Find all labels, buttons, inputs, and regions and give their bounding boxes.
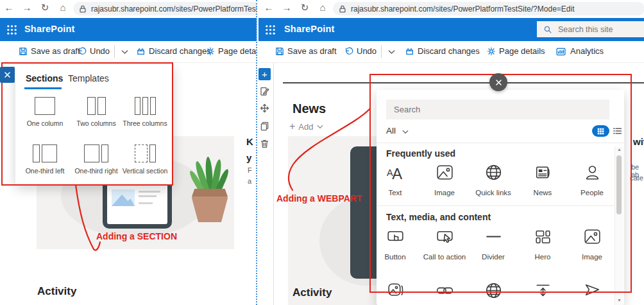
quick-links-webpart-icon: [483, 162, 504, 183]
screenshot-root: ← → ↻ ⌂ rajasubr.sharepoint.com/sites/Po…: [0, 0, 644, 305]
section-layout-one-third-right[interactable]: One-third right: [69, 144, 123, 175]
news-add-button[interactable]: + Add: [289, 121, 323, 132]
webpart-call-to-action[interactable]: Call to action: [419, 226, 470, 261]
section-layout-three-columns[interactable]: Three columns: [118, 96, 172, 127]
waffle-icon[interactable]: [265, 24, 276, 35]
panel-scrollbar[interactable]: ▲ ▼: [614, 146, 623, 305]
url-text: rajasubr.sharepoint.com/sites/PowerPlatf…: [351, 4, 575, 13]
webpart-button[interactable]: Button: [370, 226, 420, 261]
webpart-partial-link[interactable]: [419, 280, 470, 301]
lock-icon: [340, 6, 345, 12]
section-layout-one-column[interactable]: One column: [18, 96, 72, 127]
section-toolbar: +: [258, 67, 271, 157]
webpart-search-box[interactable]: [386, 100, 609, 119]
section-layout-vertical-section[interactable]: Vertical section: [118, 144, 172, 175]
divider: [377, 143, 624, 143]
reload-icon[interactable]: ↻: [38, 2, 51, 13]
sharepoint-brand[interactable]: SharePoint: [24, 24, 75, 34]
save-icon: [18, 46, 28, 57]
forward-icon[interactable]: →: [21, 2, 33, 13]
image-webpart-icon: [582, 226, 603, 247]
search-icon: [543, 25, 552, 34]
save-as-draft-button[interactable]: Save as draft: [31, 46, 80, 56]
chevron-down-icon[interactable]: [388, 49, 395, 55]
undo-icon: [77, 46, 87, 57]
three-columns-icon: [118, 96, 172, 116]
close-webpart-panel-button[interactable]: [489, 73, 507, 91]
move-section-icon[interactable]: [259, 103, 270, 114]
copy-section-icon[interactable]: [259, 121, 270, 132]
scroll-down-icon[interactable]: ▼: [615, 297, 623, 304]
cutoff-text: a: [248, 177, 251, 185]
webpart-search-input[interactable]: [386, 105, 609, 114]
page-details-button[interactable]: Page details: [499, 46, 545, 56]
edit-section-icon[interactable]: [259, 86, 270, 97]
home-icon[interactable]: ⌂: [56, 2, 69, 13]
grid-view-icon: [597, 128, 604, 135]
two-columns-icon: [69, 96, 123, 116]
scroll-up-icon[interactable]: ▲: [615, 146, 623, 153]
webpart-news[interactable]: News: [518, 162, 568, 196]
button-webpart-icon: [385, 226, 406, 247]
webpart-partial-spacer[interactable]: [518, 280, 568, 301]
back-icon[interactable]: ←: [3, 2, 15, 13]
chevron-down-icon[interactable]: [402, 130, 409, 134]
webpart-image[interactable]: Image: [419, 162, 470, 196]
close-panel-button[interactable]: [0, 67, 15, 83]
right-browser-chrome: ← → ↻ ⌂ rajasubr.sharepoint.com/sites/Po…: [258, 0, 644, 18]
reload-icon[interactable]: ↻: [298, 2, 311, 13]
command-separator: [381, 46, 382, 58]
group-title: Text, media, and content: [386, 212, 491, 222]
sharepoint-brand[interactable]: SharePoint: [284, 24, 335, 34]
save-as-draft-button[interactable]: Save as draft: [287, 46, 337, 56]
address-bar[interactable]: rajasubr.sharepoint.com/sites/PowerPlatf…: [333, 2, 644, 15]
page-details-button[interactable]: Page detai: [218, 46, 257, 56]
chevron-down-icon[interactable]: [121, 49, 128, 55]
analytics-button[interactable]: Analytics: [570, 46, 604, 56]
send-webpart-icon: [582, 280, 603, 301]
delete-section-icon[interactable]: [259, 138, 270, 149]
discard-changes-button[interactable]: Discard changes: [149, 46, 211, 56]
undo-button[interactable]: Undo: [90, 46, 110, 56]
waffle-icon[interactable]: [6, 24, 17, 35]
webpart-partial-embed[interactable]: [468, 280, 518, 301]
webpart-image-2[interactable]: Image: [567, 226, 617, 261]
cutoff-text: y: [246, 152, 251, 163]
cutoff-text: cate: [630, 174, 643, 182]
news-webpart-icon: [532, 162, 554, 183]
section-layout-one-third-left[interactable]: One-third left: [18, 144, 72, 175]
annotation-text-section: Adding a SECTION: [96, 231, 177, 241]
undo-icon: [344, 46, 354, 57]
address-bar[interactable]: rajasubr.sharepoint.com/sites/PowerPlatf…: [73, 2, 257, 15]
webpart-text[interactable]: Text: [370, 162, 420, 196]
webpart-partial-send[interactable]: [567, 280, 617, 301]
chevron-down-icon: [318, 125, 323, 128]
site-search-box[interactable]: [537, 21, 644, 37]
grid-view-toggle[interactable]: [592, 125, 609, 137]
webpart-quick-links[interactable]: Quick links: [468, 162, 518, 196]
section-layout-panel: Sections Templates One column Two column…: [15, 64, 173, 185]
webpart-hero[interactable]: Hero: [518, 226, 568, 261]
one-third-left-icon: [18, 144, 72, 163]
people-webpart-icon: [582, 162, 603, 183]
left-browser-chrome: ← → ↻ ⌂ rajasubr.sharepoint.com/sites/Po…: [0, 0, 257, 18]
tab-templates[interactable]: Templates: [68, 73, 109, 83]
section-layout-two-columns[interactable]: Two columns: [69, 96, 123, 127]
webpart-divider[interactable]: Divider: [468, 226, 518, 261]
scrollbar-thumb[interactable]: [616, 155, 622, 214]
add-section-button[interactable]: +: [258, 68, 271, 80]
home-icon[interactable]: ⌂: [316, 2, 329, 13]
list-view-toggle[interactable]: [613, 127, 622, 135]
annotation-text-webpart: Adding a WEBPART: [276, 193, 362, 204]
tab-sections[interactable]: Sections: [26, 73, 63, 83]
filter-dropdown[interactable]: All: [386, 126, 396, 135]
discard-changes-button[interactable]: Discard changes: [418, 46, 480, 56]
forward-icon[interactable]: →: [280, 2, 293, 13]
cutoff-text: F: [248, 166, 252, 174]
back-icon[interactable]: ←: [262, 2, 275, 13]
webpart-people[interactable]: People: [567, 162, 617, 196]
close-icon: [4, 71, 11, 78]
site-search-input[interactable]: [557, 24, 636, 35]
undo-button[interactable]: Undo: [357, 46, 377, 56]
webpart-partial-gallery[interactable]: [370, 280, 420, 301]
